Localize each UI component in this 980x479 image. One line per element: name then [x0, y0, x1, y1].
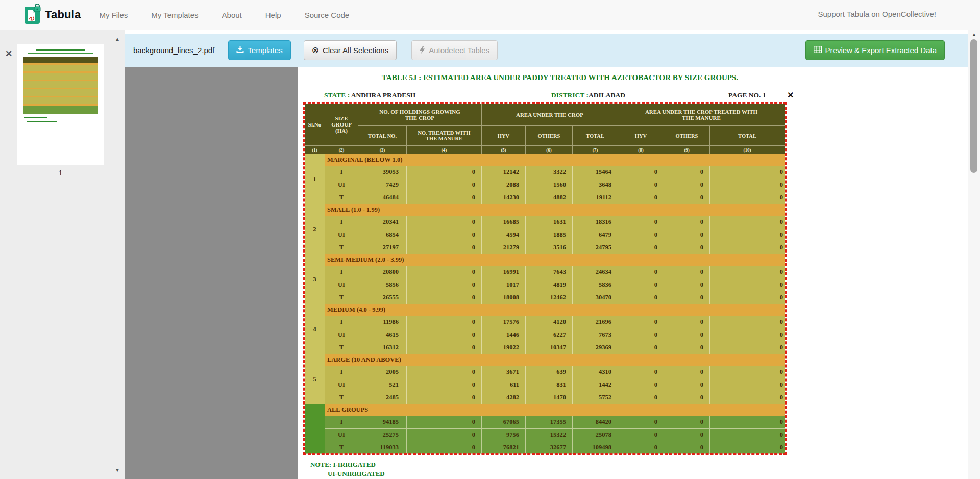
state-text: STATE : ANDHRA PRADESH: [324, 91, 415, 99]
navbar-menu: My FilesMy TemplatesAboutHelpSource Code: [99, 11, 349, 19]
clear-selections-button[interactable]: ⊗ Clear All Selections: [304, 40, 397, 60]
autodetect-tables-button[interactable]: Autodetect Tables: [411, 40, 498, 60]
nav-item-about[interactable]: About: [222, 11, 242, 19]
support-link[interactable]: Support Tabula on OpenCollective!: [818, 10, 936, 18]
main-pane: background_lines_2.pdf Templates ⊗ Clear…: [125, 30, 968, 479]
import-icon: [236, 46, 244, 55]
table-grid-icon: [814, 46, 822, 55]
nav-item-source-code[interactable]: Source Code: [305, 11, 350, 19]
clear-label: Clear All Selections: [323, 46, 388, 55]
district-value: ADILABAD: [589, 91, 625, 99]
page-thumbnail-label: 1: [17, 169, 104, 177]
sidebar-scroll-down-icon[interactable]: ▼: [115, 467, 120, 473]
table-selection-box[interactable]: [303, 102, 787, 455]
sidebar-scroll-up-icon[interactable]: ▲: [115, 36, 120, 42]
page-number-text: PAGE NO. 1: [728, 91, 766, 99]
close-file-icon[interactable]: ✕: [5, 48, 12, 59]
app: Tabula My FilesMy TemplatesAboutHelpSour…: [0, 0, 980, 479]
note-line-1: NOTE: I-IRRIGATED: [310, 461, 376, 469]
scroll-up-icon[interactable]: ▲: [968, 32, 980, 37]
lightning-icon: [420, 46, 425, 55]
templates-button[interactable]: Templates: [228, 40, 290, 60]
district-label: DISTRICT :: [551, 91, 589, 99]
clear-icon: ⊗: [312, 46, 319, 55]
export-label: Preview & Export Extracted Data: [825, 46, 937, 55]
state-label: STATE :: [324, 91, 350, 99]
navbar: Tabula My FilesMy TemplatesAboutHelpSour…: [0, 0, 980, 30]
note-line-2: UI-UNIRRIGATED: [328, 470, 385, 478]
thumb-note-line: [27, 121, 57, 122]
sidebar: ✕ 1 ▲ ▼: [0, 30, 125, 479]
tabula-logo-icon: [24, 4, 41, 26]
filename: background_lines_2.pdf: [133, 46, 214, 55]
templates-label: Templates: [248, 46, 282, 55]
brand[interactable]: Tabula: [24, 4, 81, 26]
thumb-subtitle-line: [28, 53, 93, 54]
brand-title: Tabula: [45, 8, 81, 21]
vertical-scrollbar[interactable]: ▲: [968, 30, 980, 479]
export-button[interactable]: Preview & Export Extracted Data: [805, 40, 945, 60]
nav-item-my-files[interactable]: My Files: [99, 11, 128, 19]
district-text: DISTRICT :ADILABAD: [551, 91, 625, 99]
thumb-title-line: [36, 49, 85, 51]
document-pane: TABLE 5J : ESTIMATED AREA UNDER PADDY TR…: [125, 67, 968, 479]
nav-item-my-templates[interactable]: My Templates: [151, 11, 198, 19]
content: ✕ 1 ▲ ▼: [0, 30, 980, 479]
nav-item-help[interactable]: Help: [265, 11, 281, 19]
pdf-page[interactable]: TABLE 5J : ESTIMATED AREA UNDER PADDY TR…: [298, 67, 968, 479]
pdf-table-title: TABLE 5J : ESTIMATED AREA UNDER PADDY TR…: [382, 73, 738, 82]
state-value: ANDHRA PRADESH: [351, 91, 415, 99]
remove-selection-icon[interactable]: ✕: [787, 90, 794, 100]
scrollbar-thumb[interactable]: [970, 39, 977, 173]
thumb-note-line: [24, 117, 47, 118]
thumb-table: [23, 57, 98, 114]
autodetect-label: Autodetect Tables: [429, 46, 489, 55]
toolbar: background_lines_2.pdf Templates ⊗ Clear…: [125, 34, 968, 67]
page-thumbnail[interactable]: [17, 44, 104, 165]
